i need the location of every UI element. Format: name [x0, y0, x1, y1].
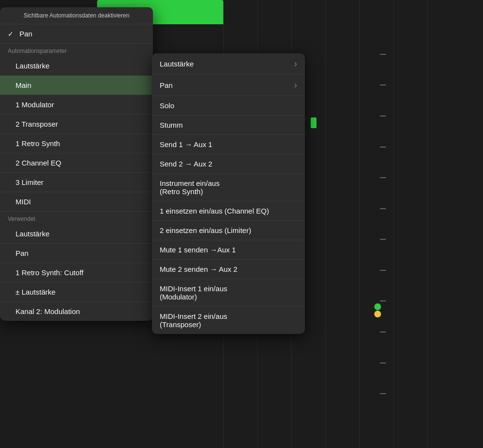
- modulator-item[interactable]: 1 Modulator: [0, 95, 153, 115]
- right-send1-item[interactable]: Send 1 → Aux 1: [152, 135, 305, 154]
- transposer-item[interactable]: 2 Transposer: [0, 115, 153, 134]
- right-pan-label: Pan: [160, 81, 173, 89]
- track-green-marker: [311, 117, 316, 128]
- main-item[interactable]: Main: [0, 76, 153, 95]
- kanal-modulation-item[interactable]: Kanal 2: Modulation: [0, 302, 153, 321]
- right-solo-item[interactable]: Solo: [152, 96, 305, 116]
- right-lautstarke-item[interactable]: Lautstärke: [152, 53, 305, 75]
- retro-synth-cutoff-item[interactable]: 1 Retro Synth: Cutoff: [0, 263, 153, 282]
- automationsparameter-section-label: Automationsparameter: [0, 44, 153, 56]
- right-send2-label: Send 2 → Aux 2: [160, 160, 212, 168]
- lautstarke-pm-item-label: ± Lautstärke: [16, 288, 55, 296]
- right-mute1-item[interactable]: Mute 1 senden →Aux 1: [152, 240, 305, 260]
- yellow-indicator: [374, 311, 381, 317]
- right-insert1-label: 1 einsetzen ein/aus (Channel EQ): [160, 207, 269, 215]
- right-midi-insert2-item[interactable]: MIDI-Insert 2 ein/aus(Transposer): [152, 307, 305, 334]
- modulator-item-label: 1 Modulator: [16, 100, 54, 109]
- right-midi-insert1-item[interactable]: MIDI-Insert 1 ein/aus(Modulator): [152, 279, 305, 307]
- right-insert1-item[interactable]: 1 einsetzen ein/aus (Channel EQ): [152, 201, 305, 221]
- right-solo-label: Solo: [160, 101, 174, 110]
- kanal-modulation-item-label: Kanal 2: Modulation: [16, 307, 80, 315]
- retro-synth-item[interactable]: 1 Retro Synth: [0, 134, 153, 153]
- green-indicator: [374, 303, 381, 310]
- midi-item[interactable]: MIDI: [0, 192, 153, 212]
- midi-item-label: MIDI: [16, 198, 31, 206]
- right-pan-item[interactable]: Pan: [152, 75, 305, 96]
- right-send1-label: Send 1 → Aux 1: [160, 140, 212, 149]
- lautstarke-chevron-icon: [294, 59, 297, 69]
- right-markers: [366, 0, 386, 448]
- dropdown-header-label: Sichtbare Automationsdaten deaktivieren: [0, 7, 153, 24]
- transposer-item-label: 2 Transposer: [16, 120, 58, 128]
- lautstarke-item-1-label: Lautstärke: [16, 62, 50, 70]
- limiter-item[interactable]: 3 Limiter: [0, 173, 153, 192]
- right-stumm-item[interactable]: Stumm: [152, 116, 305, 135]
- right-instrument-label: Instrument ein/aus(Retro Synth): [160, 179, 219, 196]
- verwendet-section-label: Verwendet: [0, 212, 153, 224]
- lautstarke-item-1[interactable]: Lautstärke: [0, 56, 153, 76]
- channel-eq-item-label: 2 Channel EQ: [16, 159, 61, 167]
- right-insert2-item[interactable]: 2 einsetzen ein/aus (Limiter): [152, 221, 305, 240]
- pan-item-2-label: Pan: [16, 249, 29, 257]
- right-send2-item[interactable]: Send 2 → Aux 2: [152, 154, 305, 174]
- retro-synth-item-label: 1 Retro Synth: [16, 139, 60, 148]
- right-insert2-label: 2 einsetzen ein/aus (Limiter): [160, 226, 251, 234]
- dropdown-left-menu: Sichtbare Automationsdaten deaktivieren …: [0, 7, 153, 321]
- right-stumm-label: Stumm: [160, 121, 183, 129]
- lautstarke-pm-item[interactable]: ± Lautstärke: [0, 282, 153, 302]
- right-mute1-label: Mute 1 senden →Aux 1: [160, 246, 236, 254]
- right-midi-insert1-label: MIDI-Insert 1 ein/aus(Modulator): [160, 284, 227, 301]
- right-mute2-label: Mute 2 senden → Aux 2: [160, 265, 237, 273]
- right-midi-insert2-label: MIDI-Insert 2 ein/aus(Transposer): [160, 312, 227, 329]
- pan-item-2[interactable]: Pan: [0, 244, 153, 263]
- channel-eq-item[interactable]: 2 Channel EQ: [0, 153, 153, 173]
- dropdown-right-menu: Lautstärke Pan Solo Stumm Send 1 → Aux 1…: [152, 53, 305, 334]
- pan-chevron-icon: [294, 80, 297, 90]
- right-lautstarke-label: Lautstärke: [160, 60, 194, 68]
- right-instrument-item[interactable]: Instrument ein/aus(Retro Synth): [152, 174, 305, 201]
- limiter-item-label: 3 Limiter: [16, 178, 44, 186]
- pan-checked-item[interactable]: Pan: [0, 24, 153, 44]
- retro-synth-cutoff-item-label: 1 Retro Synth: Cutoff: [16, 268, 83, 277]
- main-item-label: Main: [16, 81, 32, 89]
- lautstarke-item-2-label: Lautstärke: [16, 230, 50, 238]
- right-mute2-item[interactable]: Mute 2 senden → Aux 2: [152, 260, 305, 279]
- pan-item-label: Pan: [19, 30, 33, 38]
- lautstarke-item-2[interactable]: Lautstärke: [0, 224, 153, 244]
